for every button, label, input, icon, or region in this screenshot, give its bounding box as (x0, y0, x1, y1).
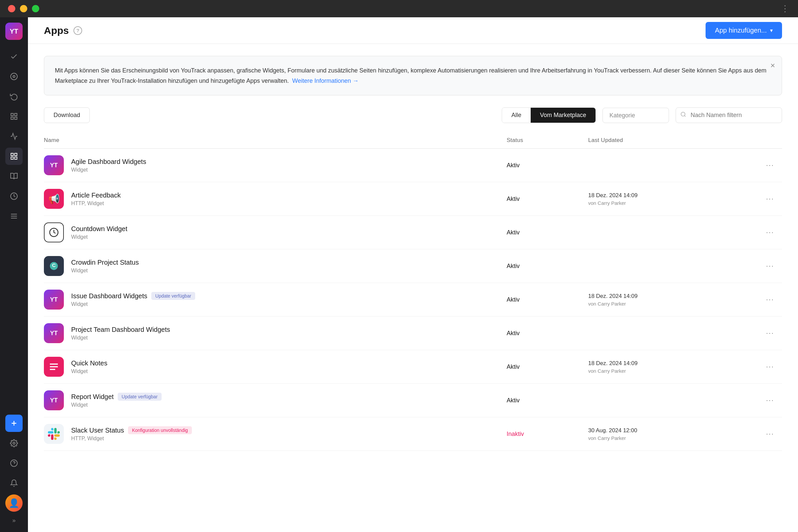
svg-point-19 (681, 112, 685, 116)
user-avatar[interactable]: 👤 (5, 494, 23, 512)
app-type: Widget (71, 368, 108, 374)
table-row: Slack User Status Konfiguration unvollst… (44, 417, 782, 451)
app-type: Widget (71, 167, 146, 173)
add-app-button[interactable]: App hinzufügen... ▾ (706, 22, 782, 39)
col-status: Status (501, 132, 583, 149)
sidebar-logo[interactable]: YT (5, 23, 23, 40)
sidebar-settings-button[interactable] (5, 435, 23, 452)
status-badge: Aktiv (507, 397, 520, 404)
app-more-button[interactable]: ··· (763, 259, 777, 273)
app-actions-cell: ··· (758, 350, 782, 384)
svg-rect-6 (11, 153, 13, 156)
col-last-updated: Last Updated (583, 132, 758, 149)
app-name: Issue Dashboard Widgets Update verfügbar (71, 292, 195, 300)
traffic-lights (8, 5, 39, 12)
app-name-group: Article Feedback HTTP, Widget (71, 191, 121, 207)
app-row-info: Countdown Widget Widget (44, 223, 496, 242)
apps-table: Name Status Last Updated YT Agile (44, 132, 782, 451)
apps-toolbar: Download Alle Vom Marketplace Kategorie (44, 108, 782, 123)
sidebar-item-tasks[interactable] (5, 48, 23, 65)
filter-all-tab[interactable]: Alle (502, 108, 531, 123)
app-more-button[interactable]: ··· (763, 360, 777, 374)
filter-marketplace-tab[interactable]: Vom Marketplace (531, 108, 595, 123)
titlebar-menu-icon[interactable]: ⋮ (781, 4, 790, 14)
sidebar-item-reports[interactable] (5, 128, 23, 145)
svg-rect-9 (11, 157, 13, 159)
sidebar-expand-button[interactable]: » (10, 514, 18, 527)
sidebar-logo-text: YT (10, 27, 18, 35)
app-updated-cell (583, 384, 758, 417)
search-icon (680, 111, 686, 119)
last-updated-date: 18 Dez. 2024 14:09 (588, 192, 753, 199)
app-name-group: Crowdin Project Status Widget (71, 259, 139, 274)
app-updated-cell: 18 Dez. 2024 14:09von Carry Parker (583, 350, 758, 384)
app-more-button[interactable]: ··· (763, 427, 777, 441)
sidebar-item-board[interactable] (5, 108, 23, 125)
app-status-cell: Aktiv (501, 249, 583, 283)
app-icon (44, 424, 64, 444)
sidebar-add-button[interactable] (5, 415, 23, 432)
page-title-area: Apps ? (44, 25, 82, 36)
app-row-info: 📢 Article Feedback HTTP, Widget (44, 189, 496, 209)
sidebar-item-knowledge[interactable] (5, 168, 23, 185)
app-type: Widget (71, 301, 195, 307)
table-header: Name Status Last Updated (44, 132, 782, 149)
table-row: Countdown Widget Widget Aktiv ··· (44, 216, 782, 249)
svg-text:C: C (52, 262, 56, 268)
sidebar-item-history[interactable] (5, 88, 23, 105)
sidebar-bell-button[interactable] (5, 474, 23, 492)
category-select[interactable]: Kategorie (603, 108, 669, 123)
app-name-cell: Slack User Status Konfiguration unvollst… (44, 417, 501, 451)
close-button[interactable] (8, 5, 15, 12)
app-more-button[interactable]: ··· (763, 158, 777, 172)
svg-rect-5 (11, 117, 13, 119)
table-row: YT Issue Dashboard Widgets Update verfüg… (44, 283, 782, 317)
app-actions-cell: ··· (758, 149, 782, 182)
page-header: Apps ? App hinzufügen... ▾ (28, 17, 798, 44)
app-name-group: Agile Dashboard Widgets Widget (71, 158, 146, 173)
app-icon (44, 357, 64, 377)
info-banner-link[interactable]: Weitere Informationen → (292, 77, 359, 84)
app-name-cell: YT Report Widget Update verfügbar Widget (44, 384, 501, 417)
app-name-cell: YT Agile Dashboard Widgets Widget (44, 149, 501, 182)
svg-point-0 (11, 73, 17, 80)
app-type: Widget (71, 234, 127, 240)
table-row: C Crowdin Project Status Widget Aktiv (44, 249, 782, 283)
page-body: Mit Apps können Sie das Erscheinungsbild… (28, 44, 798, 532)
sidebar-item-layers[interactable] (5, 208, 23, 225)
app-actions-cell: ··· (758, 249, 782, 283)
last-updated-by: von Carry Parker (588, 200, 753, 206)
app-more-button[interactable]: ··· (763, 192, 777, 206)
main-layout: YT (0, 17, 798, 532)
app-name-group: Countdown Widget Widget (71, 225, 127, 240)
fullscreen-button[interactable] (32, 5, 39, 12)
app-icon (44, 223, 64, 242)
app-actions-cell: ··· (758, 283, 782, 317)
app-row-info: YT Report Widget Update verfügbar Widget (44, 391, 496, 410)
close-banner-button[interactable]: × (771, 61, 775, 70)
app-type: HTTP, Widget (71, 436, 192, 441)
svg-point-1 (13, 75, 15, 77)
name-filter-input[interactable] (676, 108, 782, 123)
app-updated-cell: 18 Dez. 2024 14:09von Carry Parker (583, 182, 758, 216)
app-name-cell: YT Project Team Dashboard Widgets Widget (44, 317, 501, 350)
app-row-info: Slack User Status Konfiguration unvollst… (44, 424, 496, 444)
config-badge: Konfiguration unvollständig (128, 426, 192, 434)
sidebar-item-goals[interactable] (5, 68, 23, 85)
download-button[interactable]: Download (44, 108, 90, 123)
app-more-button[interactable]: ··· (763, 225, 777, 240)
app-row-info: YT Agile Dashboard Widgets Widget (44, 155, 496, 175)
app-more-button[interactable]: ··· (763, 292, 777, 307)
sidebar-help-button[interactable] (5, 455, 23, 472)
update-badge: Update verfügbar (118, 393, 162, 401)
status-badge: Aktiv (507, 229, 520, 236)
minimize-button[interactable] (20, 5, 27, 12)
app-more-button[interactable]: ··· (763, 326, 777, 340)
sidebar-item-apps[interactable] (5, 148, 23, 165)
app-more-button[interactable]: ··· (763, 393, 777, 407)
add-app-label: App hinzufügen... (715, 26, 767, 34)
help-icon-button[interactable]: ? (74, 26, 82, 35)
last-updated-by: von Carry Parker (588, 301, 753, 307)
table-body: YT Agile Dashboard Widgets Widget Aktiv (44, 149, 782, 451)
sidebar-item-time[interactable] (5, 188, 23, 205)
